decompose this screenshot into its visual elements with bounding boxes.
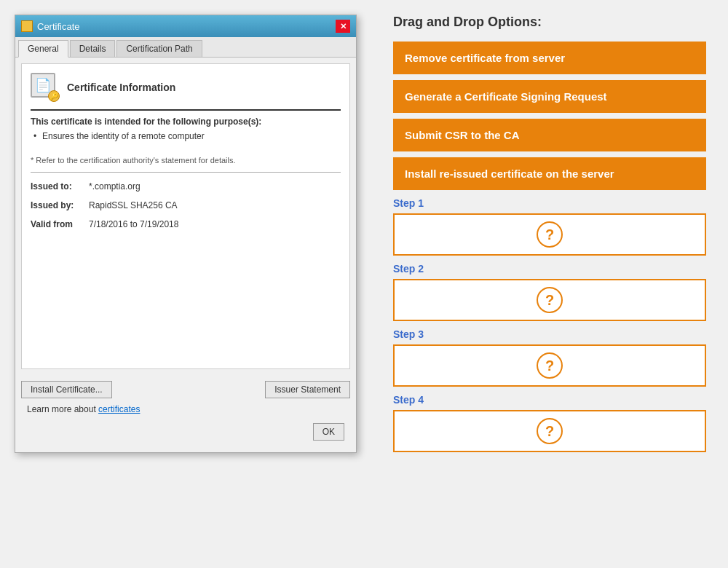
cert-field-value-issued-by: RapidSSL SHA256 CA: [89, 200, 178, 210]
tab-general[interactable]: General: [18, 40, 68, 58]
dialog-footer: Install Certificate... Issuer Statement …: [15, 375, 356, 452]
install-certificate-button[interactable]: Install Certificate...: [21, 381, 112, 398]
step-1-label: Step 1: [393, 197, 706, 209]
option-install-reissued[interactable]: Install re-issued certificate on the ser…: [393, 157, 706, 190]
tabs-bar: General Details Certification Path: [15, 37, 356, 58]
cert-link-text: Learn more about: [27, 404, 96, 414]
ok-btn-row: OK: [21, 420, 350, 446]
step-2-question-icon: ?: [537, 287, 563, 313]
cert-info-header: 📄 🔑 Certificate Information: [31, 73, 341, 102]
tab-certification-path[interactable]: Certification Path: [116, 40, 202, 57]
certificate-dialog: Certificate ✕ General Details Certificat…: [15, 15, 357, 453]
option-submit-csr[interactable]: Submit CSR to the CA: [393, 119, 706, 151]
cert-field-value-valid-from: 7/18/2016 to 7/19/2018: [89, 219, 178, 229]
step-1-dropzone[interactable]: ?: [393, 213, 706, 256]
certificates-link[interactable]: certificates: [98, 404, 140, 414]
step-3-label: Step 3: [393, 328, 706, 340]
cert-field-issued-by: Issued by: RapidSSL SHA256 CA: [31, 200, 341, 210]
cert-purpose-item: Ensures the identity of a remote compute…: [31, 131, 341, 141]
issuer-statement-button[interactable]: Issuer Statement: [265, 381, 350, 398]
option-generate-csr[interactable]: Generate a Certificate Signing Request: [393, 80, 706, 113]
right-panel: Drag and Drop Options: Remove certificat…: [371, 0, 728, 568]
step-3-question-icon: ?: [537, 352, 563, 379]
dialog-title: Certificate: [37, 21, 80, 32]
cert-divider: [31, 172, 341, 173]
cert-badge: 🔑: [48, 90, 60, 102]
tab-details[interactable]: Details: [70, 40, 116, 57]
cert-field-label-issued-by: Issued by:: [31, 200, 89, 210]
cert-link-row: Learn more about certificates: [21, 404, 350, 420]
cert-field-issued-to: Issued to: *.comptia.org: [31, 181, 341, 192]
step-3-dropzone[interactable]: ?: [393, 344, 706, 387]
cert-purpose-title: This certificate is intended for the fol…: [31, 117, 341, 127]
footer-buttons-row: Install Certificate... Issuer Statement: [21, 381, 350, 398]
cert-icon: 📄 🔑: [31, 73, 60, 102]
step-4-dropzone[interactable]: ?: [393, 410, 706, 452]
cert-info-title: Certificate Information: [67, 82, 175, 93]
title-icon: [21, 20, 33, 32]
cert-field-valid-from: Valid from 7/18/2016 to 7/19/2018: [31, 219, 341, 229]
step-2-dropzone[interactable]: ?: [393, 279, 706, 321]
cert-authority-note: * Refer to the certification authority's…: [31, 156, 341, 165]
step-4-question-icon: ?: [537, 418, 563, 444]
dnd-title: Drag and Drop Options:: [393, 15, 706, 30]
ok-button[interactable]: OK: [313, 423, 344, 441]
step-1-question-icon: ?: [537, 221, 563, 248]
step-4-label: Step 4: [393, 394, 706, 406]
cert-field-label-issued-to: Issued to:: [31, 181, 89, 192]
cert-field-value-issued-to: *.comptia.org: [89, 181, 141, 192]
cert-field-label-valid-from: Valid from: [31, 219, 89, 229]
cert-purpose-section: This certificate is intended for the fol…: [31, 109, 341, 141]
option-remove-cert[interactable]: Remove certificate from server: [393, 42, 706, 74]
dialog-titlebar: Certificate ✕: [15, 15, 356, 37]
left-panel: Certificate ✕ General Details Certificat…: [0, 0, 371, 568]
step-2-label: Step 2: [393, 263, 706, 275]
close-button[interactable]: ✕: [336, 20, 350, 33]
dialog-body: 📄 🔑 Certificate Information This certifi…: [21, 63, 350, 369]
